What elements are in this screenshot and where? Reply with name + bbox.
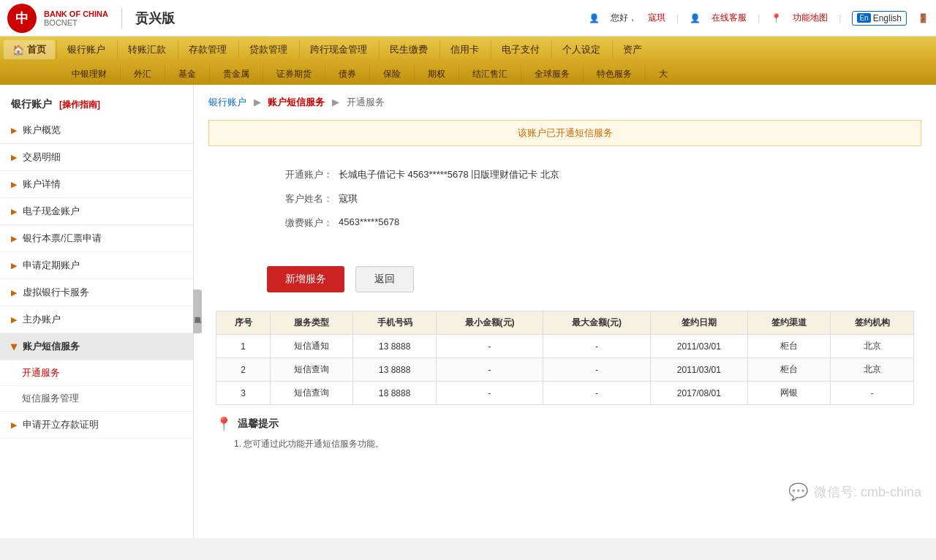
header-sep1: | bbox=[676, 13, 679, 23]
nav-assets[interactable]: 资产 bbox=[612, 40, 652, 59]
wechat-watermark: 💬 微信号: cmb-china bbox=[788, 483, 921, 502]
sidebar-item-virtual-card[interactable]: ▶ 虚拟银行卡服务 bbox=[0, 279, 193, 306]
sidebar-item-e-cash[interactable]: ▶ 电子现金账户 bbox=[0, 198, 193, 225]
sidebar-item-deposit-cert[interactable]: ▶ 申请开立存款证明 bbox=[0, 412, 193, 439]
online-service-link[interactable]: 在线客服 bbox=[712, 12, 747, 24]
notice-bar: 该账户已开通短信服务 bbox=[208, 120, 921, 146]
nav2-forex[interactable]: 外汇 bbox=[120, 65, 165, 83]
collapse-sidebar-button[interactable]: 隐藏菜单 bbox=[193, 290, 202, 333]
sidebar-sub-manage[interactable]: 短信服务管理 bbox=[0, 386, 193, 412]
tips-section: 📍 温馨提示 1. 您可通过此功能开通短信服务功能。 bbox=[208, 405, 921, 458]
content-area: 银行账户 ▶ 账户短信服务 ▶ 开通服务 该账户已开通短信服务 开通账户： 长城… bbox=[194, 85, 936, 538]
arrow-icon: ▶ bbox=[11, 180, 17, 189]
sidebar-item-sms-service[interactable]: ▶ 账户短信服务 bbox=[0, 333, 193, 360]
arrow-icon: ▶ bbox=[11, 261, 17, 270]
col-phone: 手机号码 bbox=[353, 311, 436, 335]
col-id: 序号 bbox=[216, 311, 271, 335]
nav-transfer[interactable]: 转账汇款 bbox=[117, 40, 176, 59]
home-label: 首页 bbox=[27, 43, 46, 56]
sidebar-item-cashier[interactable]: ▶ 银行本票/汇票申请 bbox=[0, 225, 193, 252]
header: 中 BANK OF CHINA BOCNET 贡兴版 👤 您好， 寇琪 | 👤 … bbox=[0, 0, 936, 37]
user-icon: 👤 bbox=[589, 13, 600, 23]
tips-title-row: 📍 温馨提示 bbox=[216, 416, 914, 432]
nav2-insurance[interactable]: 保险 bbox=[369, 65, 414, 83]
account-label: 开通账户： bbox=[267, 168, 333, 181]
nav2-securities[interactable]: 证券期货 bbox=[263, 65, 325, 83]
sidebar-item-account-overview[interactable]: ▶ 账户概览 bbox=[0, 117, 193, 144]
sidebar-sub-activate[interactable]: 开通服务 bbox=[0, 360, 193, 386]
nav2-exchange[interactable]: 结汇售汇 bbox=[458, 65, 521, 83]
breadcrumb-part3: 开通服务 bbox=[347, 97, 385, 107]
language-label: English bbox=[873, 13, 902, 23]
header-sep2: | bbox=[758, 13, 760, 23]
guide-link[interactable]: [操作指南] bbox=[59, 99, 100, 110]
nav-e-payment[interactable]: 电子支付 bbox=[491, 40, 550, 59]
bank-name: BANK OF CHINA bbox=[44, 10, 108, 18]
map-icon: 📍 bbox=[771, 13, 782, 23]
service-table-section: 序号 服务类型 手机号码 最小金额(元) 最大金额(元) 签约日期 签约渠道 签… bbox=[208, 311, 921, 405]
bocnet-label: BOCNET bbox=[44, 18, 108, 27]
greeting-text: 您好， bbox=[611, 12, 637, 24]
nav-bottom: 中银理财 外汇 基金 贵金属 证券期货 债券 保险 期权 结汇售汇 全球服务 特… bbox=[0, 63, 936, 85]
arrow-down-icon: ▶ bbox=[10, 344, 19, 349]
wechat-icon: 💬 bbox=[788, 483, 808, 502]
sidebar-item-transactions[interactable]: ▶ 交易明细 bbox=[0, 144, 193, 171]
nav2-finance[interactable]: 中银理财 bbox=[58, 65, 120, 83]
table-row: 2短信查询13 8888--2011/03/01柜台北京 bbox=[216, 358, 914, 382]
site-map-link[interactable]: 功能地图 bbox=[793, 12, 828, 24]
col-min: 最小金额(元) bbox=[436, 311, 543, 335]
col-org: 签约机构 bbox=[831, 311, 914, 335]
nav2-fund[interactable]: 基金 bbox=[165, 65, 209, 83]
home-button[interactable]: 🏠 首页 bbox=[4, 40, 55, 59]
wechat-label: 微信号: cmb-china bbox=[814, 483, 921, 501]
logo-separator bbox=[121, 7, 122, 29]
name-label: 客户姓名： bbox=[267, 192, 333, 205]
nav-bank-account[interactable]: 银行账户 bbox=[56, 40, 116, 59]
nav-personal-settings[interactable]: 个人设定 bbox=[551, 40, 611, 59]
nav-cross-bank[interactable]: 跨行现金管理 bbox=[299, 40, 377, 59]
payment-label: 缴费账户： bbox=[267, 216, 333, 230]
header-right: 👤 您好， 寇琪 | 👤 在线客服 | 📍 功能地图 | En English … bbox=[589, 11, 929, 26]
tips-icon: 📍 bbox=[216, 416, 232, 432]
payment-value: 4563*****5678 bbox=[339, 216, 399, 227]
nav-deposit[interactable]: 存款管理 bbox=[178, 40, 237, 59]
home-icon: 🏠 bbox=[12, 45, 24, 56]
sidebar-item-account-details[interactable]: ▶ 账户详情 bbox=[0, 171, 193, 198]
nav2-bond[interactable]: 债券 bbox=[325, 65, 369, 83]
nav2-global[interactable]: 全球服务 bbox=[521, 65, 583, 83]
username: 寇琪 bbox=[648, 12, 665, 24]
nav2-special[interactable]: 特色服务 bbox=[583, 65, 645, 83]
nav2-more[interactable]: 大 bbox=[645, 65, 681, 83]
nav-civil[interactable]: 民生缴费 bbox=[379, 40, 438, 59]
back-button[interactable]: 返回 bbox=[355, 266, 414, 292]
name-row: 客户姓名： 寇琪 bbox=[267, 192, 907, 205]
lang-code: En bbox=[857, 13, 870, 23]
main-layout: 银行账户 [操作指南] ▶ 账户概览 ▶ 交易明细 ▶ 账户详情 ▶ 电子现金账… bbox=[0, 85, 936, 538]
breadcrumb: 银行账户 ▶ 账户短信服务 ▶ 开通服务 bbox=[208, 96, 921, 109]
breadcrumb-part2[interactable]: 账户短信服务 bbox=[268, 97, 325, 107]
sidebar-item-main-account[interactable]: ▶ 主办账户 bbox=[0, 306, 193, 333]
arrow-icon: ▶ bbox=[11, 153, 17, 162]
nav2-gold[interactable]: 贵金属 bbox=[209, 65, 263, 83]
button-row: 新增服务 返回 bbox=[208, 255, 921, 311]
breadcrumb-part1[interactable]: 银行账户 bbox=[208, 97, 246, 107]
service-icon: 👤 bbox=[690, 13, 701, 23]
sidebar: 银行账户 [操作指南] ▶ 账户概览 ▶ 交易明细 ▶ 账户详情 ▶ 电子现金账… bbox=[0, 85, 194, 538]
arrow-icon: ▶ bbox=[11, 288, 17, 298]
table-row: 3短信查询18 8888--2017/08/01网银- bbox=[216, 382, 914, 405]
language-button[interactable]: En English bbox=[852, 11, 907, 26]
nav-loan[interactable]: 贷款管理 bbox=[238, 40, 298, 59]
account-value: 长城电子借记卡 4563*****5678 旧版理财借记卡 北京 bbox=[339, 168, 559, 181]
col-max: 最大金额(元) bbox=[543, 311, 650, 335]
header-sep3: | bbox=[839, 13, 841, 23]
sidebar-title: 银行账户 [操作指南] bbox=[0, 92, 193, 117]
arrow-icon: ▶ bbox=[11, 420, 17, 430]
nav2-options[interactable]: 期权 bbox=[414, 65, 458, 83]
add-service-button[interactable]: 新增服务 bbox=[267, 266, 344, 292]
exit-icon[interactable]: 🚪 bbox=[918, 13, 929, 23]
nav-credit-card[interactable]: 信用卡 bbox=[439, 40, 489, 59]
tips-title-text: 温馨提示 bbox=[238, 417, 279, 431]
bank-logo: 中 bbox=[7, 4, 37, 33]
sidebar-item-fixed-account[interactable]: ▶ 申请定期账户 bbox=[0, 252, 193, 279]
tips-content: 1. 您可通过此功能开通短信服务功能。 bbox=[216, 438, 914, 450]
